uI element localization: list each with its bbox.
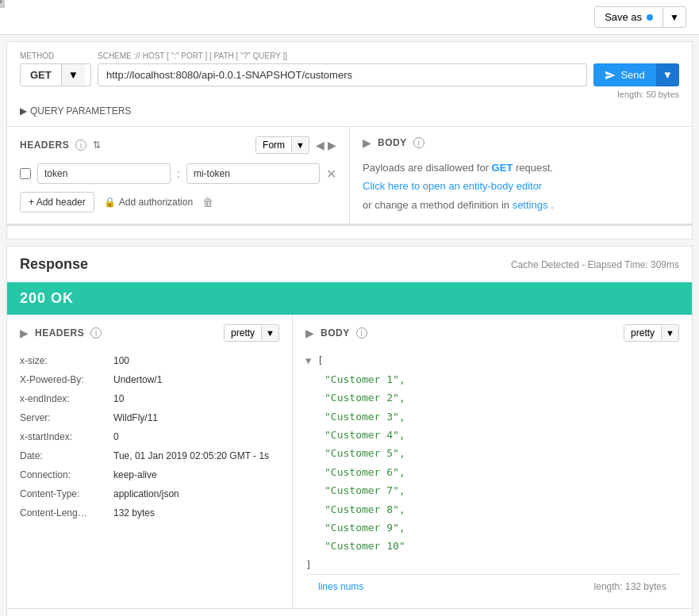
response-header-row: Date:Tue, 01 Jan 2019 02:05:20 GMT - 1s <box>20 446 279 465</box>
resp-header-key: Content-Leng… <box>20 503 107 522</box>
json-string-value: "Customer 6", <box>325 466 405 478</box>
response-header-row: Content-Leng…132 bytes <box>20 503 279 522</box>
resp-header-key: Date: <box>20 446 107 465</box>
complete-request-row[interactable]: ▶ COMPLETE REQUEST HEADERS <box>7 608 692 616</box>
response-headers-header: ▶ HEADERS i pretty ▼ <box>20 324 279 342</box>
body-info-icon[interactable]: i <box>413 137 424 148</box>
method-dropdown-arrow[interactable]: ▼ <box>61 64 85 86</box>
response-header-row: Server:WildFly/11 <box>20 408 279 427</box>
send-label: Send <box>620 69 644 81</box>
response-header-row: x-endIndex:10 <box>20 389 279 408</box>
response-header-row: X-Powered-By:Undertow/1 <box>20 370 279 389</box>
method-url-labels: METHOD SCHEME :// HOST [ ":" PORT ] [ PA… <box>20 52 679 60</box>
headers-body-section: HEADERS i ⇅ Form ▼ ◀ ▶ : ✕ <box>7 127 692 226</box>
save-as-label: Save as <box>605 11 642 23</box>
save-as-dropdown-arrow[interactable]: ▼ <box>663 8 686 27</box>
resp-body-pretty-button[interactable]: pretty <box>624 325 661 341</box>
url-input[interactable] <box>98 63 587 86</box>
nav-right-arrow[interactable]: ▶ <box>328 139 336 151</box>
response-header-row: x-size:100 <box>20 351 279 370</box>
add-auth-label: Add authorization <box>119 197 193 208</box>
top-toolbar: Save as ▼ <box>0 0 699 35</box>
response-title: Response <box>20 256 88 273</box>
response-section: Response Cache Detected - Elapsed Time: … <box>6 246 693 616</box>
scheme-label: SCHEME :// HOST [ ":" PORT ] [ PATH [ "?… <box>98 52 287 60</box>
resp-header-key: Content-Type: <box>20 484 107 503</box>
action-buttons: + Add header 🔒 Add authorization 🗑 <box>20 192 336 212</box>
resp-body-title: BODY <box>321 327 350 339</box>
response-body-panel: ▶ BODY i pretty ▼ ▼ ["Customer 1","Custo… <box>293 315 692 608</box>
response-content: ▶ HEADERS i pretty ▼ x-size:100X-Powered… <box>7 315 692 608</box>
body-settings-link[interactable]: settings <box>513 199 548 211</box>
resp-headers-nav-left[interactable]: ▶ <box>20 327 29 339</box>
form-dropdown-arrow[interactable]: ▼ <box>291 138 309 152</box>
query-params-label: QUERY PARAMETERS <box>30 105 131 117</box>
headers-title: HEADERS <box>20 140 69 151</box>
save-as-button-group: Save as ▼ <box>594 6 686 28</box>
header-checkbox-0[interactable] <box>20 168 31 179</box>
json-array-item: "Customer 10" <box>305 537 679 555</box>
body-message-line2: request. <box>516 162 553 174</box>
resp-headers-pretty-dropdown: pretty ▼ <box>224 324 279 342</box>
response-body-header: ▶ BODY i pretty ▼ <box>305 324 679 342</box>
form-button[interactable]: Form <box>256 137 291 153</box>
json-array-item: "Customer 1", <box>305 370 679 388</box>
save-as-button[interactable]: Save as <box>595 7 663 27</box>
resp-header-value: 10 <box>113 389 124 408</box>
body-panel-content: Payloads are disallowed for GET request.… <box>363 159 679 214</box>
body-message-line3[interactable]: Click here to open an entity-body editor <box>363 180 542 192</box>
sort-icon[interactable]: ⇅ <box>93 140 101 151</box>
query-params-row: ▶ QUERY PARAMETERS <box>20 105 679 117</box>
body-message-line1: Payloads are disallowed for <box>363 162 489 174</box>
method-url-row: GET ▼ Send ▼ <box>20 63 679 86</box>
resp-header-value: keep-alive <box>113 465 157 484</box>
add-header-button[interactable]: + Add header <box>20 192 94 212</box>
colon-separator: : <box>177 167 180 180</box>
send-button[interactable]: Send <box>593 63 655 86</box>
json-string-value: "Customer 9", <box>325 522 405 534</box>
resp-body-nav-left[interactable]: ▶ <box>305 327 314 339</box>
resp-headers-title: HEADERS <box>35 327 84 339</box>
remove-header-button-0[interactable]: ✕ <box>326 166 336 182</box>
body-panel: ▶ BODY i Payloads are disallowed for GET… <box>350 127 692 224</box>
resp-header-key: X-Powered-By: <box>20 370 107 389</box>
resp-header-key: Connection: <box>20 465 107 484</box>
method-label: METHOD <box>20 52 91 60</box>
body-message-end: . <box>551 199 554 211</box>
query-params-toggle[interactable]: ▶ QUERY PARAMETERS <box>20 105 131 117</box>
body-nav-left[interactable]: ▶ <box>363 136 371 149</box>
json-array-item: "Customer 6", <box>305 463 679 481</box>
resp-header-value: WildFly/11 <box>113 408 158 427</box>
resp-header-value: 100 <box>113 351 129 370</box>
delete-headers-button[interactable]: 🗑 <box>202 196 213 209</box>
method-select-group: GET ▼ <box>20 63 91 86</box>
collapse-icon[interactable]: ▼ <box>305 355 311 366</box>
body-get-text: GET <box>492 162 513 174</box>
json-array-item: "Customer 8", <box>305 500 679 518</box>
json-open-bracket: ▼ [ <box>305 351 679 370</box>
resp-body-info-icon[interactable]: i <box>356 327 367 339</box>
json-string-value: "Customer 3", <box>325 411 405 423</box>
resp-headers-pretty-arrow[interactable]: ▼ <box>261 326 278 340</box>
resp-headers-pretty-button[interactable]: pretty <box>225 325 261 341</box>
lines-nums-button[interactable]: lines nums <box>318 581 363 592</box>
nav-arrows: ◀ ▶ <box>316 139 336 151</box>
json-string-value: "Customer 1", <box>325 373 405 385</box>
response-headers-panel: ▶ HEADERS i pretty ▼ x-size:100X-Powered… <box>7 315 293 608</box>
resp-headers-info-icon[interactable]: i <box>90 327 102 339</box>
headers-panel-header: HEADERS i ⇅ Form ▼ ◀ ▶ <box>20 136 336 154</box>
json-close-bracket: ] <box>305 556 679 574</box>
header-row-0: : ✕ <box>20 163 336 184</box>
resp-header-value: 0 <box>113 427 119 446</box>
add-authorization-button[interactable]: 🔒 Add authorization <box>104 197 193 208</box>
json-string-value: "Customer 8", <box>325 503 405 515</box>
header-value-0[interactable] <box>186 163 320 184</box>
response-footer: lines nums length: 132 bytes <box>305 574 679 599</box>
resp-body-pretty-arrow[interactable]: ▼ <box>661 326 678 340</box>
header-key-0[interactable] <box>37 163 171 184</box>
draft-badge: DRAFT <box>0 0 5 8</box>
resp-header-value: Undertow/1 <box>113 370 162 389</box>
nav-left-arrow[interactable]: ◀ <box>316 139 325 151</box>
headers-info-icon[interactable]: i <box>75 140 86 151</box>
send-dropdown-arrow[interactable]: ▼ <box>656 63 679 86</box>
